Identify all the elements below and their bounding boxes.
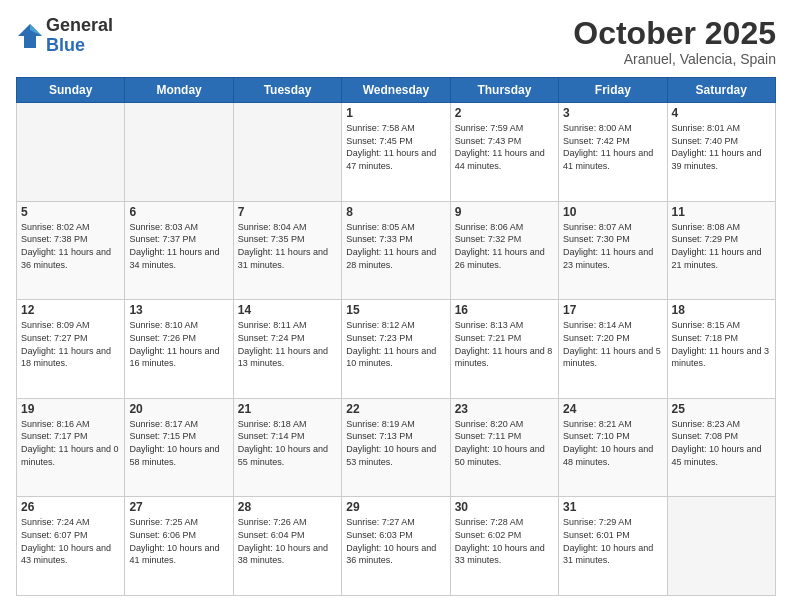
day-number: 6 xyxy=(129,205,228,219)
day-number: 18 xyxy=(672,303,771,317)
header-sunday: Sunday xyxy=(17,78,125,103)
calendar-cell: 20Sunrise: 8:17 AM Sunset: 7:15 PM Dayli… xyxy=(125,398,233,497)
day-number: 23 xyxy=(455,402,554,416)
day-number: 12 xyxy=(21,303,120,317)
logo-blue-text: Blue xyxy=(46,36,113,56)
day-number: 5 xyxy=(21,205,120,219)
calendar-cell: 21Sunrise: 8:18 AM Sunset: 7:14 PM Dayli… xyxy=(233,398,341,497)
calendar-cell: 18Sunrise: 8:15 AM Sunset: 7:18 PM Dayli… xyxy=(667,300,775,399)
day-number: 13 xyxy=(129,303,228,317)
calendar-cell: 31Sunrise: 7:29 AM Sunset: 6:01 PM Dayli… xyxy=(559,497,667,596)
day-number: 19 xyxy=(21,402,120,416)
calendar-cell: 25Sunrise: 8:23 AM Sunset: 7:08 PM Dayli… xyxy=(667,398,775,497)
header-friday: Friday xyxy=(559,78,667,103)
calendar-cell xyxy=(17,103,125,202)
day-info: Sunrise: 8:15 AM Sunset: 7:18 PM Dayligh… xyxy=(672,319,771,369)
calendar-cell: 16Sunrise: 8:13 AM Sunset: 7:21 PM Dayli… xyxy=(450,300,558,399)
day-info: Sunrise: 8:20 AM Sunset: 7:11 PM Dayligh… xyxy=(455,418,554,468)
calendar-cell: 11Sunrise: 8:08 AM Sunset: 7:29 PM Dayli… xyxy=(667,201,775,300)
day-info: Sunrise: 7:24 AM Sunset: 6:07 PM Dayligh… xyxy=(21,516,120,566)
day-number: 15 xyxy=(346,303,445,317)
location: Aranuel, Valencia, Spain xyxy=(573,51,776,67)
day-number: 28 xyxy=(238,500,337,514)
day-info: Sunrise: 8:13 AM Sunset: 7:21 PM Dayligh… xyxy=(455,319,554,369)
day-info: Sunrise: 8:02 AM Sunset: 7:38 PM Dayligh… xyxy=(21,221,120,271)
calendar-cell: 17Sunrise: 8:14 AM Sunset: 7:20 PM Dayli… xyxy=(559,300,667,399)
day-info: Sunrise: 7:59 AM Sunset: 7:43 PM Dayligh… xyxy=(455,122,554,172)
calendar-cell: 23Sunrise: 8:20 AM Sunset: 7:11 PM Dayli… xyxy=(450,398,558,497)
calendar-cell: 8Sunrise: 8:05 AM Sunset: 7:33 PM Daylig… xyxy=(342,201,450,300)
day-number: 30 xyxy=(455,500,554,514)
calendar-table: Sunday Monday Tuesday Wednesday Thursday… xyxy=(16,77,776,596)
day-number: 11 xyxy=(672,205,771,219)
day-number: 2 xyxy=(455,106,554,120)
day-info: Sunrise: 8:00 AM Sunset: 7:42 PM Dayligh… xyxy=(563,122,662,172)
day-info: Sunrise: 8:16 AM Sunset: 7:17 PM Dayligh… xyxy=(21,418,120,468)
day-number: 21 xyxy=(238,402,337,416)
calendar-week-0: 1Sunrise: 7:58 AM Sunset: 7:45 PM Daylig… xyxy=(17,103,776,202)
day-info: Sunrise: 8:06 AM Sunset: 7:32 PM Dayligh… xyxy=(455,221,554,271)
calendar-cell xyxy=(667,497,775,596)
calendar-cell: 7Sunrise: 8:04 AM Sunset: 7:35 PM Daylig… xyxy=(233,201,341,300)
day-number: 8 xyxy=(346,205,445,219)
calendar-cell: 10Sunrise: 8:07 AM Sunset: 7:30 PM Dayli… xyxy=(559,201,667,300)
day-info: Sunrise: 8:05 AM Sunset: 7:33 PM Dayligh… xyxy=(346,221,445,271)
calendar-cell: 2Sunrise: 7:59 AM Sunset: 7:43 PM Daylig… xyxy=(450,103,558,202)
day-info: Sunrise: 8:03 AM Sunset: 7:37 PM Dayligh… xyxy=(129,221,228,271)
header-tuesday: Tuesday xyxy=(233,78,341,103)
day-info: Sunrise: 8:01 AM Sunset: 7:40 PM Dayligh… xyxy=(672,122,771,172)
month-title: October 2025 xyxy=(573,16,776,51)
day-info: Sunrise: 8:08 AM Sunset: 7:29 PM Dayligh… xyxy=(672,221,771,271)
day-info: Sunrise: 8:23 AM Sunset: 7:08 PM Dayligh… xyxy=(672,418,771,468)
day-number: 16 xyxy=(455,303,554,317)
day-number: 22 xyxy=(346,402,445,416)
calendar-cell: 1Sunrise: 7:58 AM Sunset: 7:45 PM Daylig… xyxy=(342,103,450,202)
day-info: Sunrise: 7:29 AM Sunset: 6:01 PM Dayligh… xyxy=(563,516,662,566)
day-info: Sunrise: 8:10 AM Sunset: 7:26 PM Dayligh… xyxy=(129,319,228,369)
day-number: 4 xyxy=(672,106,771,120)
calendar-cell: 5Sunrise: 8:02 AM Sunset: 7:38 PM Daylig… xyxy=(17,201,125,300)
day-number: 31 xyxy=(563,500,662,514)
day-number: 7 xyxy=(238,205,337,219)
logo-text: General Blue xyxy=(46,16,113,56)
day-info: Sunrise: 7:28 AM Sunset: 6:02 PM Dayligh… xyxy=(455,516,554,566)
day-number: 9 xyxy=(455,205,554,219)
day-number: 26 xyxy=(21,500,120,514)
day-info: Sunrise: 8:07 AM Sunset: 7:30 PM Dayligh… xyxy=(563,221,662,271)
calendar-cell: 9Sunrise: 8:06 AM Sunset: 7:32 PM Daylig… xyxy=(450,201,558,300)
calendar-week-1: 5Sunrise: 8:02 AM Sunset: 7:38 PM Daylig… xyxy=(17,201,776,300)
day-number: 27 xyxy=(129,500,228,514)
day-info: Sunrise: 8:11 AM Sunset: 7:24 PM Dayligh… xyxy=(238,319,337,369)
day-info: Sunrise: 7:26 AM Sunset: 6:04 PM Dayligh… xyxy=(238,516,337,566)
calendar-cell: 4Sunrise: 8:01 AM Sunset: 7:40 PM Daylig… xyxy=(667,103,775,202)
day-info: Sunrise: 8:04 AM Sunset: 7:35 PM Dayligh… xyxy=(238,221,337,271)
calendar-week-3: 19Sunrise: 8:16 AM Sunset: 7:17 PM Dayli… xyxy=(17,398,776,497)
day-number: 20 xyxy=(129,402,228,416)
day-info: Sunrise: 8:09 AM Sunset: 7:27 PM Dayligh… xyxy=(21,319,120,369)
calendar-cell: 28Sunrise: 7:26 AM Sunset: 6:04 PM Dayli… xyxy=(233,497,341,596)
day-number: 10 xyxy=(563,205,662,219)
day-number: 29 xyxy=(346,500,445,514)
calendar-cell: 12Sunrise: 8:09 AM Sunset: 7:27 PM Dayli… xyxy=(17,300,125,399)
title-block: October 2025 Aranuel, Valencia, Spain xyxy=(573,16,776,67)
calendar-cell: 14Sunrise: 8:11 AM Sunset: 7:24 PM Dayli… xyxy=(233,300,341,399)
calendar-cell: 30Sunrise: 7:28 AM Sunset: 6:02 PM Dayli… xyxy=(450,497,558,596)
calendar-cell: 6Sunrise: 8:03 AM Sunset: 7:37 PM Daylig… xyxy=(125,201,233,300)
day-info: Sunrise: 7:27 AM Sunset: 6:03 PM Dayligh… xyxy=(346,516,445,566)
calendar-week-2: 12Sunrise: 8:09 AM Sunset: 7:27 PM Dayli… xyxy=(17,300,776,399)
calendar-cell: 29Sunrise: 7:27 AM Sunset: 6:03 PM Dayli… xyxy=(342,497,450,596)
calendar-cell: 26Sunrise: 7:24 AM Sunset: 6:07 PM Dayli… xyxy=(17,497,125,596)
day-info: Sunrise: 8:12 AM Sunset: 7:23 PM Dayligh… xyxy=(346,319,445,369)
calendar-cell: 13Sunrise: 8:10 AM Sunset: 7:26 PM Dayli… xyxy=(125,300,233,399)
calendar-cell: 22Sunrise: 8:19 AM Sunset: 7:13 PM Dayli… xyxy=(342,398,450,497)
header-thursday: Thursday xyxy=(450,78,558,103)
day-info: Sunrise: 7:58 AM Sunset: 7:45 PM Dayligh… xyxy=(346,122,445,172)
calendar-cell: 24Sunrise: 8:21 AM Sunset: 7:10 PM Dayli… xyxy=(559,398,667,497)
calendar-week-4: 26Sunrise: 7:24 AM Sunset: 6:07 PM Dayli… xyxy=(17,497,776,596)
day-info: Sunrise: 7:25 AM Sunset: 6:06 PM Dayligh… xyxy=(129,516,228,566)
day-number: 1 xyxy=(346,106,445,120)
header-saturday: Saturday xyxy=(667,78,775,103)
calendar-cell xyxy=(233,103,341,202)
day-number: 14 xyxy=(238,303,337,317)
day-info: Sunrise: 8:19 AM Sunset: 7:13 PM Dayligh… xyxy=(346,418,445,468)
